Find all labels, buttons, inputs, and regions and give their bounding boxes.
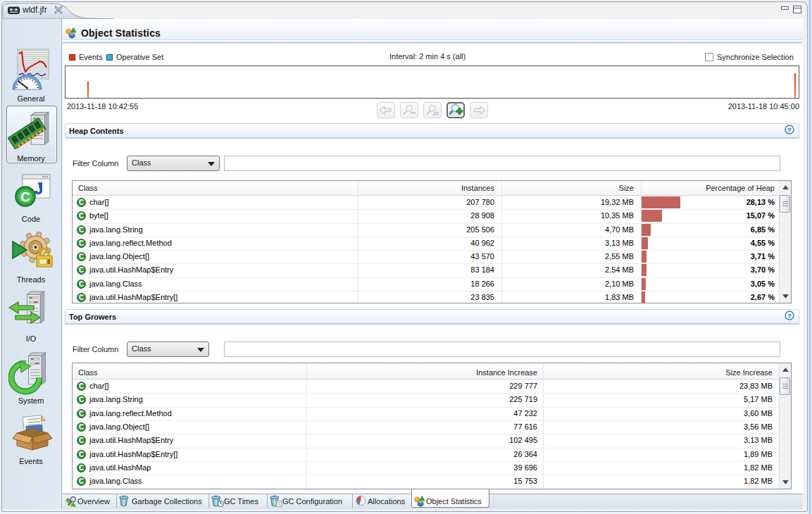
svg-text:C: C xyxy=(79,382,84,390)
svg-text:C: C xyxy=(79,423,84,431)
svg-text:C: C xyxy=(79,451,84,458)
svg-text:C: C xyxy=(79,294,84,301)
svg-text:C: C xyxy=(79,199,84,206)
svg-text:C: C xyxy=(79,410,84,418)
svg-text:C: C xyxy=(79,437,84,444)
svg-text:?: ? xyxy=(787,126,792,134)
svg-text:C: C xyxy=(79,239,84,247)
svg-text:C: C xyxy=(79,212,84,220)
svg-text:?: ? xyxy=(787,312,792,320)
svg-text:C: C xyxy=(79,226,84,234)
svg-text:C: C xyxy=(79,396,84,403)
svg-text:C: C xyxy=(79,266,84,274)
svg-text:C: C xyxy=(20,189,30,204)
svg-text:C: C xyxy=(79,464,84,472)
svg-text:C: C xyxy=(79,477,84,485)
svg-text:C: C xyxy=(79,253,84,261)
svg-text:C: C xyxy=(79,280,84,288)
